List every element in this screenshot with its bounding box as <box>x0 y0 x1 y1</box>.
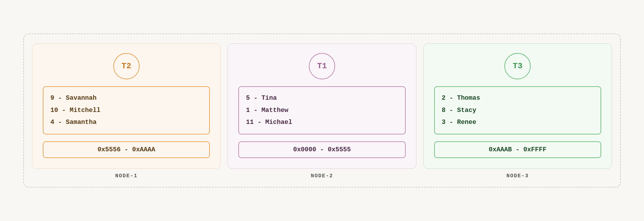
range-box-node1: 0x5556 - 0xAAAA <box>43 141 210 158</box>
node-circle-node1: T2 <box>113 53 140 79</box>
data-row: 8 - Stacy <box>442 104 594 117</box>
data-row: 2 - Thomas <box>442 92 594 104</box>
data-row: 3 - Renee <box>442 116 594 129</box>
node-label-node1: NODE-1 <box>115 173 138 179</box>
data-box-node2: 5 - Tina 1 - Matthew11 - Michael <box>238 86 405 134</box>
node-card-node3: T3 2 - Thomas 8 - Stacy 3 - Renee0xAAAB … <box>423 43 612 169</box>
range-box-node2: 0x0000 - 0x5555 <box>238 141 405 158</box>
node-wrapper-node3: T3 2 - Thomas 8 - Stacy 3 - Renee0xAAAB … <box>423 43 612 179</box>
data-row: 1 - Matthew <box>246 104 398 117</box>
node-circle-node3: T3 <box>504 53 531 79</box>
data-box-node3: 2 - Thomas 8 - Stacy 3 - Renee <box>434 86 601 134</box>
node-label-node2: NODE-2 <box>311 173 333 179</box>
range-box-node3: 0xAAAB - 0xFFFF <box>434 141 601 158</box>
data-row: 9 - Savannah <box>50 92 202 104</box>
node-label-node3: NODE-3 <box>506 173 529 179</box>
node-wrapper-node1: T2 9 - Savannah10 - Mitchell 4 - Samanth… <box>32 43 221 179</box>
data-row: 11 - Michael <box>246 116 398 129</box>
data-box-node1: 9 - Savannah10 - Mitchell 4 - Samantha <box>43 86 210 134</box>
node-wrapper-node2: T1 5 - Tina 1 - Matthew11 - Michael0x000… <box>228 43 416 179</box>
data-row: 4 - Samantha <box>50 116 202 129</box>
data-row: 10 - Mitchell <box>50 104 202 117</box>
data-row: 5 - Tina <box>246 92 398 104</box>
node-circle-node2: T1 <box>309 53 335 79</box>
node-card-node1: T2 9 - Savannah10 - Mitchell 4 - Samanth… <box>32 43 221 169</box>
main-container: T2 9 - Savannah10 - Mitchell 4 - Samanth… <box>23 34 621 187</box>
node-card-node2: T1 5 - Tina 1 - Matthew11 - Michael0x000… <box>228 43 416 169</box>
